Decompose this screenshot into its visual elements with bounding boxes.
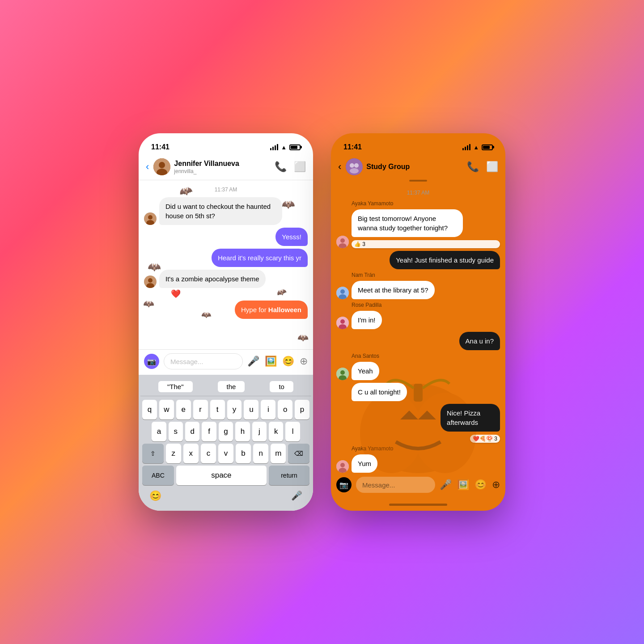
svg-point-12	[350, 168, 359, 174]
key-a[interactable]: a	[152, 422, 166, 441]
signal-icon	[270, 144, 278, 150]
message-bubble: Hype for Halloween	[235, 301, 308, 319]
suggestion-2[interactable]: the	[218, 381, 245, 392]
message-row: Nice! Pizza afterwards ❤️🍕🍄 3	[336, 404, 500, 443]
back-button[interactable]: ‹	[338, 161, 341, 173]
dictation-icon[interactable]: 🎤	[291, 490, 302, 502]
separator	[409, 180, 427, 182]
key-i[interactable]: i	[261, 400, 275, 419]
ayaka-avatar	[336, 236, 349, 248]
suggestion-1[interactable]: "The"	[158, 381, 193, 392]
home-indicator-area	[331, 498, 505, 511]
key-w[interactable]: w	[159, 400, 174, 419]
keyboard-row-3: ⇧ z x c v b n m ⌫	[140, 444, 311, 463]
reaction-badge: ❤️🍕🍄 3	[470, 435, 500, 443]
message-bubble: Yeah	[352, 362, 379, 380]
key-d[interactable]: d	[185, 422, 199, 441]
key-l[interactable]: l	[285, 422, 300, 441]
message-input-1[interactable]: Message...	[164, 353, 243, 369]
back-button[interactable]: ‹	[146, 161, 149, 173]
battery-icon	[289, 144, 301, 150]
key-f[interactable]: f	[202, 422, 216, 441]
svg-point-4	[148, 215, 153, 220]
key-g[interactable]: g	[219, 422, 233, 441]
abc-key[interactable]: ABC	[142, 466, 174, 485]
key-o[interactable]: o	[278, 400, 292, 419]
key-x[interactable]: x	[183, 444, 199, 463]
key-z[interactable]: z	[166, 444, 181, 463]
delete-key[interactable]: ⌫	[288, 444, 309, 463]
emoji-keyboard-icon[interactable]: 😊	[149, 490, 161, 502]
key-h[interactable]: h	[235, 422, 250, 441]
key-y[interactable]: y	[227, 400, 242, 419]
sender-name: Ana Santos	[352, 353, 500, 359]
key-n[interactable]: n	[253, 444, 268, 463]
sender-name: Rose Padilla	[352, 302, 500, 308]
message-row: C u all tonight!	[336, 383, 500, 401]
message-bubble: Heard it's really scary this yr	[212, 249, 308, 267]
key-t[interactable]: t	[210, 400, 225, 419]
message-bubble: Meet at the library at 5?	[352, 281, 435, 299]
input-actions: 🎤 🖼️ 😊 ⊕	[247, 356, 308, 367]
emoji-icon[interactable]: 😊	[282, 356, 294, 367]
svg-point-32	[340, 463, 345, 467]
phone-icon[interactable]: 📞	[467, 161, 479, 173]
key-e[interactable]: e	[176, 400, 191, 419]
message-bubble: It's a zombie apocalypse theme	[159, 270, 266, 288]
message-row: Yeah! Just finished a study guide	[336, 251, 500, 269]
camera-button-2[interactable]: 📷	[336, 477, 352, 492]
key-b[interactable]: b	[236, 444, 251, 463]
message-row: Ana u in?	[336, 332, 500, 350]
wifi-icon: ▲	[281, 144, 287, 151]
key-p[interactable]: p	[295, 400, 309, 419]
key-s[interactable]: s	[169, 422, 183, 441]
space-key[interactable]: space	[176, 466, 267, 485]
ana-avatar	[336, 368, 349, 380]
reaction-badge: 👍 3	[352, 240, 500, 248]
shift-key[interactable]: ⇧	[142, 444, 164, 463]
microphone-icon[interactable]: 🎤	[440, 479, 452, 491]
message-bubble: C u all tonight!	[352, 383, 407, 401]
return-key[interactable]: return	[269, 466, 309, 485]
key-q[interactable]: q	[142, 400, 157, 419]
header-info-study: Study Group	[366, 162, 463, 171]
bold-text: Halloween	[268, 306, 301, 314]
bat-decoration: 🦇	[297, 332, 309, 343]
video-icon[interactable]: ⬜	[486, 161, 498, 173]
key-r[interactable]: r	[193, 400, 208, 419]
contact-name: Jennifer Villanueva	[174, 159, 271, 168]
key-j[interactable]: j	[252, 422, 267, 441]
microphone-icon[interactable]: 🎤	[247, 356, 259, 367]
key-v[interactable]: v	[218, 444, 233, 463]
key-c[interactable]: c	[201, 444, 216, 463]
key-k[interactable]: k	[269, 422, 283, 441]
avatar-jennifer	[153, 158, 170, 175]
emoji-icon[interactable]: 😊	[475, 479, 487, 491]
battery-icon	[482, 144, 493, 150]
keyboard-row-4: ABC space return	[140, 466, 311, 485]
message-input-2[interactable]: Message...	[356, 477, 435, 493]
rose-avatar	[336, 317, 349, 329]
image-icon[interactable]: 🖼️	[265, 356, 277, 367]
heart-reaction: ❤️	[171, 289, 308, 299]
plus-icon[interactable]: ⊕	[300, 356, 308, 367]
home-indicator	[389, 504, 447, 506]
svg-point-10	[350, 163, 354, 168]
message-bubble: Yeah! Just finished a study guide	[390, 251, 500, 269]
phone-icon[interactable]: 📞	[275, 161, 287, 173]
svg-point-23	[340, 289, 345, 294]
message-row: Heard it's really scary this yr	[144, 249, 308, 267]
message-bubble: Did u want to checkout the haunted house…	[159, 197, 282, 225]
camera-button[interactable]: 📷	[144, 354, 159, 369]
plus-icon[interactable]: ⊕	[492, 479, 500, 491]
suggestions-row: "The" the to	[140, 378, 311, 396]
header-actions-2: 📞 ⬜	[467, 161, 498, 173]
key-m[interactable]: m	[271, 444, 286, 463]
suggestion-3[interactable]: to	[270, 381, 293, 392]
image-icon[interactable]: 🖼️	[457, 479, 469, 491]
key-u[interactable]: u	[244, 400, 258, 419]
avatar-study-group	[346, 158, 363, 175]
camera-icon: 📷	[147, 357, 156, 366]
video-icon[interactable]: ⬜	[294, 161, 306, 173]
message-bubble: I'm in!	[352, 311, 382, 329]
